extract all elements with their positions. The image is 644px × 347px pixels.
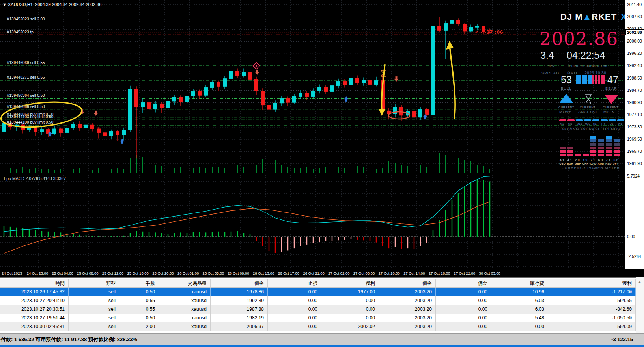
- table-cell[interactable]: 0.00: [268, 305, 321, 314]
- table-cell[interactable]: 0.00: [321, 314, 379, 322]
- power-value: 2.0: [575, 158, 580, 162]
- table-cell[interactable]: 佣金: [436, 279, 491, 288]
- power-meter-segment: [590, 143, 596, 146]
- table-cell[interactable]: 0.00: [436, 296, 491, 305]
- close-position-icon[interactable]: ×: [629, 314, 631, 322]
- bull-bear-meter-segment: [601, 75, 602, 84]
- bull-bear-meter-segment: [596, 75, 597, 84]
- power-meter-segment: [567, 147, 573, 149]
- order-line-label[interactable]: #139452023 sell 2.00: [7, 17, 45, 21]
- table-cell[interactable]: 2023.10.27 20:41:10: [0, 296, 69, 305]
- table-cell[interactable]: 0.00: [268, 322, 321, 331]
- close-position-icon[interactable]: ×: [629, 305, 631, 314]
- table-cell[interactable]: sell: [69, 288, 119, 296]
- floating-pl-total: -3 122.15: [611, 334, 633, 345]
- table-cell[interactable]: 獲利: [321, 279, 379, 288]
- table-cell[interactable]: sell: [69, 305, 119, 314]
- table-cell[interactable]: 2003.20: [379, 314, 436, 322]
- time-axis[interactable]: 24 Oct 202324 Oct 23:0025 Oct 04:0025 Oc…: [0, 269, 644, 277]
- table-cell[interactable]: 0.00: [436, 305, 491, 314]
- table-cell[interactable]: -594.55: [548, 296, 636, 305]
- table-cell[interactable]: 0.00: [491, 322, 548, 331]
- bear-value: 47: [607, 74, 618, 85]
- close-position-icon[interactable]: ×: [629, 296, 631, 305]
- table-cell[interactable]: 2023.10.27 19:51:44: [0, 314, 69, 322]
- table-cell[interactable]: 2003.20: [379, 288, 436, 296]
- table-cell[interactable]: 0.00: [436, 288, 491, 296]
- table-cell[interactable]: 0.50: [119, 314, 159, 322]
- table-cell[interactable]: 2002.02: [321, 322, 379, 331]
- table-cell[interactable]: xauusd: [159, 288, 211, 296]
- table-cell[interactable]: 1987.88: [211, 305, 268, 314]
- spread-value: 3.4: [540, 50, 554, 61]
- table-cell[interactable]: 1978.86: [211, 288, 268, 296]
- order-line-label[interactable]: #139452023 tp: [7, 30, 34, 34]
- table-cell[interactable]: 1977.00: [321, 288, 379, 296]
- scroll-up-icon[interactable]: ▲: [638, 280, 642, 284]
- table-cell[interactable]: 獲利: [548, 279, 636, 288]
- ma-trend-label: M5: [568, 122, 572, 125]
- table-cell[interactable]: 止損: [268, 279, 321, 288]
- table-cell[interactable]: 2003.20: [379, 322, 436, 331]
- ma-trend-label: M15: [577, 122, 582, 125]
- collapse-arrow-icon[interactable]: ▼: [2, 2, 7, 7]
- table-cell[interactable]: 0.00: [268, 296, 321, 305]
- order-line-label[interactable]: #139444100 buy limit 0.50: [7, 120, 53, 124]
- table-cell[interactable]: 0.00: [321, 296, 379, 305]
- power-value: 7.1: [590, 158, 595, 162]
- table-cell[interactable]: 0.55: [119, 296, 159, 305]
- order-line-label[interactable]: #139450364 sell 0.50: [7, 93, 45, 98]
- table-cell[interactable]: 庫存費: [491, 279, 548, 288]
- power-meter-segment: [575, 154, 581, 156]
- table-cell[interactable]: sell: [69, 314, 119, 322]
- current-price-tag: 2002.86: [625, 29, 644, 35]
- close-position-icon[interactable]: ×: [629, 288, 631, 296]
- table-cell[interactable]: 1982.19: [211, 314, 268, 322]
- table-cell[interactable]: 0.00: [436, 322, 491, 331]
- table-cell[interactable]: 0.50: [119, 288, 159, 296]
- table-cell[interactable]: 類型: [69, 279, 119, 288]
- table-cell[interactable]: xauusd: [159, 322, 211, 331]
- table-scrollbar[interactable]: ▲: [636, 277, 644, 333]
- table-cell[interactable]: 0.00: [321, 305, 379, 314]
- chart-canvas[interactable]: [0, 0, 625, 269]
- table-cell[interactable]: 5.48: [491, 314, 548, 322]
- time-axis-label: 25 Oct 20:00: [152, 271, 174, 275]
- close-position-icon[interactable]: ×: [629, 322, 631, 331]
- table-cell[interactable]: 6.03: [491, 305, 548, 314]
- table-cell[interactable]: 554.00: [548, 322, 636, 331]
- table-cell[interactable]: 2023.10.27 20:30:51: [0, 305, 69, 314]
- table-cell[interactable]: 價格: [379, 279, 436, 288]
- table-cell[interactable]: 交易品種: [159, 279, 211, 288]
- table-cell[interactable]: 時間: [0, 279, 69, 288]
- table-cell[interactable]: 價格: [211, 279, 268, 288]
- table-cell[interactable]: 1992.39: [211, 296, 268, 305]
- table-cell[interactable]: 2023.10.26 17:45:32: [0, 288, 69, 296]
- power-meter-segment: [598, 150, 604, 153]
- table-cell[interactable]: 0.00: [268, 314, 321, 322]
- table-cell[interactable]: 6.03: [491, 296, 548, 305]
- order-line-label[interactable]: #139444103 buy limit 0.50: [7, 115, 53, 119]
- table-cell[interactable]: -842.60: [548, 305, 636, 314]
- table-cell[interactable]: 2.00: [119, 322, 159, 331]
- order-line-label[interactable]: #139446069 sell 0.55: [7, 61, 45, 65]
- table-cell[interactable]: -1 217.00: [548, 288, 636, 296]
- table-cell[interactable]: sell: [69, 296, 119, 305]
- table-cell[interactable]: 2005.97: [211, 322, 268, 331]
- table-cell[interactable]: -1 050.50: [548, 314, 636, 322]
- table-cell[interactable]: 0.00: [436, 314, 491, 322]
- table-cell[interactable]: 2003.20: [379, 296, 436, 305]
- table-cell[interactable]: xauusd: [159, 296, 211, 305]
- table-cell[interactable]: 2003.20: [379, 305, 436, 314]
- table-cell[interactable]: 手數: [119, 279, 159, 288]
- table-cell[interactable]: 0.55: [119, 305, 159, 314]
- table-cell[interactable]: xauusd: [159, 305, 211, 314]
- table-cell[interactable]: 2023.10.30 02:46:31: [0, 322, 69, 331]
- table-cell[interactable]: sell: [69, 322, 119, 331]
- order-line-label[interactable]: #139448271 sell 0.55: [7, 75, 45, 80]
- table-cell[interactable]: 0.00: [268, 288, 321, 296]
- table-cell[interactable]: xauusd: [159, 314, 211, 322]
- order-line-label[interactable]: #139443666 sell 0.50: [7, 104, 45, 109]
- price-axis[interactable]: 2011.402007.602003.802000.001996.201992.…: [625, 0, 644, 277]
- table-cell[interactable]: 10.96: [491, 288, 548, 296]
